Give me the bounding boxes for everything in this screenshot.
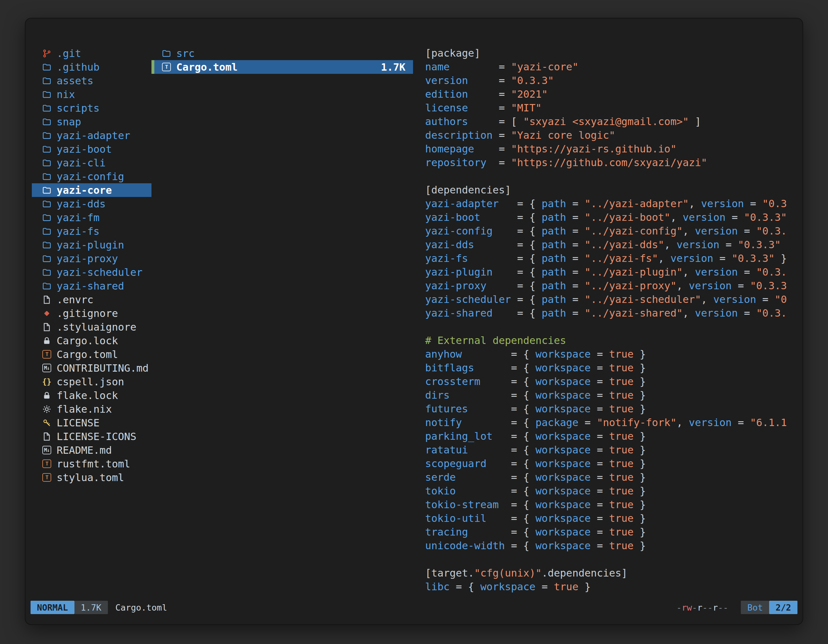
- code-line: ratatui = { workspace = true }: [425, 443, 801, 457]
- entry-name: .envrc: [56, 294, 94, 306]
- dir-row[interactable]: yazi-plugin: [32, 238, 152, 252]
- status-right: -rw-r--r-- Bot 2/2: [676, 601, 797, 614]
- code-line: homepage = "https://yazi-rs.github.io": [425, 142, 801, 156]
- code-line: yazi-config = { path = "../yazi-config",…: [425, 224, 801, 238]
- file-row[interactable]: .envrc: [32, 293, 152, 306]
- dir-row[interactable]: .git: [32, 47, 152, 60]
- file-row[interactable]: LICENSE: [32, 416, 152, 429]
- code-line: libc = { workspace = true }: [425, 580, 801, 594]
- file-row[interactable]: {}cspell.json: [32, 375, 152, 389]
- entry-name: yazi-fs: [56, 225, 100, 237]
- file-row[interactable]: Tstylua.toml: [32, 471, 152, 484]
- file-row[interactable]: .gitignore: [32, 306, 152, 320]
- dir-row[interactable]: yazi-core: [32, 183, 152, 197]
- entry-name: scripts: [56, 102, 100, 114]
- dir-row[interactable]: yazi-adapter: [32, 128, 152, 142]
- code-line: yazi-dds = { path = "../yazi-dds", versi…: [425, 238, 801, 252]
- code-line: [425, 320, 801, 334]
- dir-row[interactable]: yazi-fs: [32, 224, 152, 238]
- entry-name: rustfmt.toml: [56, 458, 130, 470]
- mode-badge: NORMAL: [31, 601, 74, 614]
- dir-row[interactable]: yazi-proxy: [32, 252, 152, 265]
- entry-name: LICENSE: [56, 417, 100, 429]
- folder-icon: [41, 240, 52, 251]
- code-line: [425, 169, 801, 183]
- terminal-window: .git.githubassetsnixscriptssnapyazi-adap…: [25, 18, 803, 625]
- code-line: authors = [ "sxyazi <sxyazi@gmail.com>" …: [425, 115, 801, 128]
- file-row[interactable]: flake.nix: [32, 402, 152, 416]
- code-line: [target."cfg(unix)".dependencies]: [425, 566, 801, 580]
- entry-name: yazi-boot: [56, 143, 112, 155]
- entry-name: src: [176, 47, 195, 60]
- code-line: tokio = { workspace = true }: [425, 484, 801, 498]
- folder-icon: [41, 280, 52, 291]
- code-line: version = "0.3.3": [425, 74, 801, 88]
- dir-row[interactable]: yazi-boot: [32, 142, 152, 156]
- code-line: license = "MIT": [425, 101, 801, 115]
- dir-row[interactable]: yazi-shared: [32, 279, 152, 293]
- dir-row[interactable]: src: [152, 47, 413, 60]
- code-line: yazi-shared = { path = "../yazi-shared",…: [425, 306, 801, 320]
- entry-name: .styluaignore: [56, 321, 136, 333]
- folder-icon: [41, 144, 52, 155]
- code-line: repository = "https://github.com/sxyazi/…: [425, 156, 801, 169]
- code-line: edition = "2021": [425, 88, 801, 101]
- code-line: [package]: [425, 47, 801, 60]
- dir-row[interactable]: yazi-dds: [32, 197, 152, 211]
- dir-row[interactable]: assets: [32, 74, 152, 88]
- file-row[interactable]: Cargo.lock: [32, 334, 152, 348]
- markdown-icon: M↓: [41, 445, 52, 456]
- file-row[interactable]: TCargo.toml1.7K: [152, 60, 413, 74]
- code-line: tracing = { workspace = true }: [425, 525, 801, 539]
- counter-badge: 2/2: [769, 601, 797, 614]
- file-row[interactable]: TCargo.toml: [32, 348, 152, 361]
- dir-row[interactable]: .github: [32, 60, 152, 74]
- entry-size: 1.7K: [381, 61, 405, 73]
- folder-icon: [41, 62, 52, 72]
- preview-pane[interactable]: [package]name = "yazi-core"version = "0.…: [425, 47, 801, 594]
- entry-name: snap: [56, 116, 81, 128]
- file-row[interactable]: LICENSE-ICONS: [32, 429, 152, 443]
- dir-row[interactable]: scripts: [32, 101, 152, 115]
- dir-row[interactable]: yazi-fm: [32, 211, 152, 224]
- entry-name: .gitignore: [56, 307, 118, 320]
- code-line: anyhow = { workspace = true }: [425, 348, 801, 361]
- entry-name: yazi-scheduler: [56, 266, 143, 278]
- file-row[interactable]: M↓CONTRIBUTING.md: [32, 361, 152, 375]
- code-line: yazi-boot = { path = "../yazi-boot", ver…: [425, 211, 801, 224]
- dir-row[interactable]: yazi-cli: [32, 156, 152, 169]
- file-icon: [41, 322, 52, 332]
- file-row[interactable]: M↓README.md: [32, 443, 152, 457]
- code-line: serde = { workspace = true }: [425, 471, 801, 484]
- entry-name: yazi-proxy: [56, 253, 118, 265]
- entry-name: stylua.toml: [56, 472, 124, 484]
- lock-icon: [41, 390, 52, 401]
- dir-row[interactable]: snap: [32, 115, 152, 128]
- folder-icon: [41, 199, 52, 209]
- diamond-icon: [41, 308, 52, 319]
- entry-name: cspell.json: [56, 376, 124, 388]
- git-icon: [41, 48, 52, 59]
- folder-icon: [41, 75, 52, 86]
- file-row[interactable]: flake.lock: [32, 389, 152, 402]
- parent-pane[interactable]: .git.githubassetsnixscriptssnapyazi-adap…: [32, 47, 152, 484]
- entry-name: Cargo.toml: [176, 61, 238, 73]
- current-pane[interactable]: srcTCargo.toml1.7K: [152, 47, 413, 74]
- entry-name: assets: [56, 75, 94, 87]
- code-line: # External dependencies: [425, 334, 801, 348]
- code-line: [425, 553, 801, 566]
- status-bar: NORMAL 1.7K Cargo.toml -rw-r--r-- Bot 2/…: [31, 601, 797, 614]
- dir-row[interactable]: nix: [32, 88, 152, 101]
- entry-name: yazi-config: [56, 171, 124, 183]
- entry-name: yazi-cli: [56, 157, 106, 169]
- code-line: tokio-stream = { workspace = true }: [425, 498, 801, 512]
- folder-icon: [41, 116, 52, 127]
- file-row[interactable]: Trustfmt.toml: [32, 457, 152, 471]
- code-line: unicode-width = { workspace = true }: [425, 539, 801, 553]
- file-row[interactable]: .styluaignore: [32, 320, 152, 334]
- dir-row[interactable]: yazi-scheduler: [32, 265, 152, 279]
- code-line: crossterm = { workspace = true }: [425, 375, 801, 389]
- dir-row[interactable]: yazi-config: [32, 169, 152, 183]
- code-line: name = "yazi-core": [425, 60, 801, 74]
- folder-icon: [41, 253, 52, 264]
